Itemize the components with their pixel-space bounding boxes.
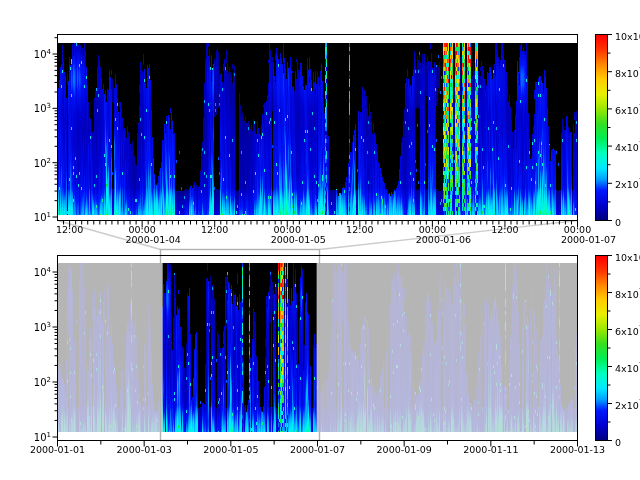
zoom-y-tick-label-exponent: 2 (47, 157, 51, 165)
context-y-tick-label-exponent: 2 (47, 376, 51, 384)
colorbar-tick-label-base: 0 (615, 216, 621, 227)
colorbar-tick-label: 10x107 (615, 28, 640, 41)
colorbar-tick-label: 8x107 (615, 65, 640, 78)
colorbar-tick-label: 6x107 (615, 102, 640, 115)
colorbar-tick-label-base: 6x10 (615, 325, 639, 336)
colorbar-tick-label-base: 4x10 (615, 142, 639, 153)
zoom-x-tick-label: 12:00 (491, 224, 518, 235)
zoom-x-date-label: 2000-01-07 (561, 234, 616, 245)
selection-region[interactable] (161, 250, 320, 441)
colorbar-tick-label-base: 0 (615, 436, 621, 447)
colorbar-tick-label-base: 8x10 (615, 288, 639, 299)
colorbar-tick-label-base: 6x10 (615, 104, 639, 115)
zoom-y-tick-label-base: 10 (34, 212, 47, 223)
context-y-tick-label: 101 (34, 430, 51, 443)
colorbar-tick-label-base: 10x10 (615, 30, 640, 41)
context-y-tick-label-base: 10 (34, 432, 47, 443)
context-x-tick-label: 2000-01-11 (463, 444, 518, 455)
zoom-x-date-label: 2000-01-06 (416, 234, 471, 245)
zoom-panel-frame (58, 35, 578, 221)
zoom-x-tick-label: 12:00 (346, 224, 373, 235)
zoom-y-tick-label: 102 (34, 156, 51, 169)
zoom-y-tick-label-exponent: 1 (47, 211, 51, 219)
zoom-y-tick-label: 101 (34, 210, 51, 223)
colorbar-tick-label: 0 (615, 214, 621, 227)
colorbar-tick-label: 2x107 (615, 397, 640, 410)
zoom-panel-colorbar (595, 34, 608, 221)
zoom-x-tick-label: 12:00 (201, 224, 228, 235)
context-panel-colorbar (595, 255, 608, 441)
context-x-tick-label: 2000-01-05 (203, 444, 258, 455)
context-y-tick-label-exponent: 4 (47, 266, 51, 274)
context-panel-frame (58, 256, 578, 441)
context-y-tick-label-base: 10 (34, 377, 47, 388)
colorbar-tick-label-base: 2x10 (615, 179, 639, 190)
context-x-tick-label: 2000-01-13 (550, 444, 605, 455)
zoom-x-date-label: 2000-01-05 (271, 234, 326, 245)
zoom-y-tick-label-base: 10 (34, 158, 47, 169)
zoom-y-tick-label-base: 10 (34, 49, 47, 60)
zoom-y-tick-label-exponent: 4 (47, 48, 51, 56)
colorbar-tick-label-base: 4x10 (615, 362, 639, 373)
colorbar-tick-label-base: 10x10 (615, 251, 640, 262)
context-y-tick-label-base: 10 (34, 322, 47, 333)
zoom-y-tick-label: 103 (34, 101, 51, 114)
colorbar-tick-label-base: 2x10 (615, 399, 639, 410)
context-x-tick-label: 2000-01-03 (117, 444, 172, 455)
colorbar-tick-label: 6x107 (615, 323, 640, 336)
zoom-y-tick-label-base: 10 (34, 104, 47, 115)
context-y-tick-label-base: 10 (34, 267, 47, 278)
spectrogram-figure: 12:0000:002000-01-0412:0000:002000-01-05… (0, 0, 640, 480)
colorbar-tick-label: 8x107 (615, 286, 640, 299)
context-y-tick-label: 103 (34, 320, 51, 333)
zoom-x-date-label: 2000-01-04 (126, 234, 181, 245)
zoom-y-tick-label-exponent: 3 (47, 102, 51, 110)
context-y-tick-label-exponent: 3 (47, 321, 51, 329)
context-y-tick-label-exponent: 1 (47, 431, 51, 439)
zoom-x-tick-label: 12:00 (56, 224, 83, 235)
colorbar-tick-label: 4x107 (615, 360, 640, 373)
context-x-tick-label: 2000-01-01 (30, 444, 85, 455)
colorbar-tick-label: 10x107 (615, 249, 640, 262)
colorbar-tick-label-base: 8x10 (615, 67, 639, 78)
colorbar-tick-label: 4x107 (615, 140, 640, 153)
context-y-tick-label: 102 (34, 375, 51, 388)
zoom-y-tick-label: 104 (34, 47, 51, 60)
context-x-tick-label: 2000-01-07 (290, 444, 345, 455)
colorbar-tick-label: 2x107 (615, 177, 640, 190)
colorbar-tick-label: 0 (615, 434, 621, 447)
context-y-tick-label: 104 (34, 265, 51, 278)
context-x-tick-label: 2000-01-09 (377, 444, 432, 455)
